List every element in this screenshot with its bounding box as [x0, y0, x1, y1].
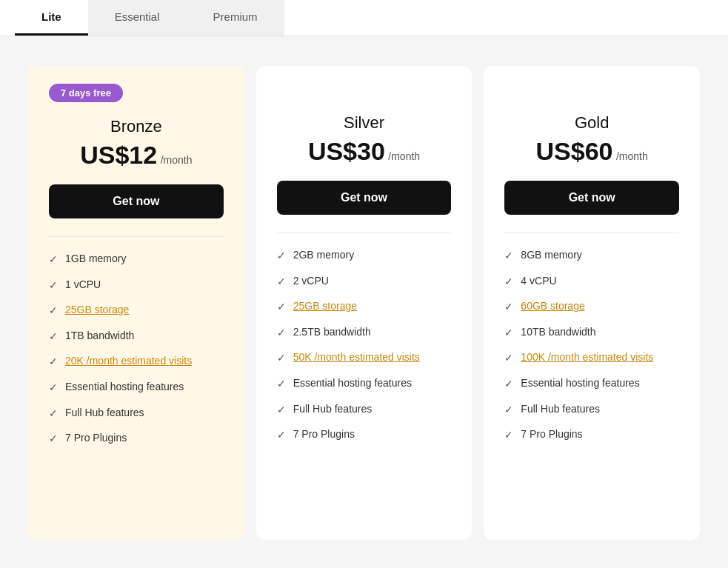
feature-item: ✓ 2.5TB bandwidth [277, 325, 452, 341]
feature-text-bronze-1: 1 vCPU [65, 278, 101, 293]
divider-gold [504, 233, 679, 233]
check-icon: ✓ [504, 275, 513, 290]
feature-text-silver-7: 7 Pro Plugins [293, 427, 355, 442]
check-icon: ✓ [49, 432, 58, 447]
feature-text-silver-6: Full Hub features [293, 402, 373, 417]
check-icon: ✓ [277, 300, 286, 315]
plan-amount-silver: US$30 [308, 137, 385, 165]
check-icon: ✓ [504, 377, 513, 392]
feature-item: ✓ Full Hub features [49, 406, 224, 421]
get-now-button-bronze[interactable]: Get now [49, 184, 224, 218]
check-icon: ✓ [277, 403, 286, 418]
feature-text-gold-3: 10TB bandwidth [521, 325, 595, 340]
check-icon: ✓ [504, 403, 513, 418]
feature-item: ✓ 8GB memory [504, 248, 679, 264]
feature-text-bronze-0: 1GB memory [65, 252, 126, 267]
plan-name-gold: Gold [504, 113, 679, 133]
check-icon: ✓ [504, 326, 513, 341]
tabs-bar: LiteEssentialPremium [0, 0, 728, 36]
get-now-button-silver[interactable]: Get now [277, 181, 452, 215]
feature-text-silver-1: 2 vCPU [293, 274, 329, 289]
feature-text-gold-6: Full Hub features [521, 402, 600, 417]
plan-period-gold: /month [616, 150, 648, 162]
check-icon: ✓ [49, 407, 58, 421]
tab-essential[interactable]: Essential [88, 0, 187, 36]
feature-item: ✓ 2 vCPU [277, 274, 452, 290]
feature-text-bronze-7: 7 Pro Plugins [65, 431, 127, 446]
free-badge-bronze: 7 days free [49, 84, 123, 102]
check-icon: ✓ [49, 381, 58, 395]
plan-name-silver: Silver [277, 113, 452, 133]
feature-link-silver-2[interactable]: 25GB storage [293, 299, 357, 314]
plans-container: 7 days free Bronze US$12 /month Get now … [0, 36, 728, 555]
feature-item: ✓ 25GB storage [49, 303, 224, 318]
feature-item: ✓ Full Hub features [277, 402, 452, 418]
check-icon: ✓ [277, 275, 286, 290]
feature-link-bronze-2[interactable]: 25GB storage [65, 303, 129, 318]
feature-text-bronze-6: Full Hub features [65, 406, 144, 421]
features-list-gold: ✓ 8GB memory ✓ 4 vCPU ✓ 60GB storage ✓ 1… [504, 248, 679, 443]
divider-bronze [49, 236, 224, 237]
check-icon: ✓ [504, 249, 513, 264]
check-icon: ✓ [49, 278, 58, 293]
feature-link-silver-4[interactable]: 50K /month estimated visits [293, 350, 420, 365]
feature-text-bronze-5: Essential hosting features [65, 380, 184, 395]
feature-item: ✓ Essential hosting features [49, 380, 224, 395]
feature-text-gold-0: 8GB memory [521, 248, 581, 263]
feature-text-gold-5: Essential hosting features [521, 376, 639, 391]
check-icon: ✓ [49, 330, 58, 344]
check-icon: ✓ [504, 428, 513, 443]
feature-item: ✓ 7 Pro Plugins [504, 427, 679, 443]
get-now-button-gold[interactable]: Get now [504, 181, 679, 215]
feature-text-silver-3: 2.5TB bandwidth [293, 325, 371, 340]
feature-item: ✓ 25GB storage [277, 299, 452, 315]
feature-item: ✓ 1TB bandwidth [49, 329, 224, 344]
plan-name-bronze: Bronze [49, 117, 224, 136]
feature-text-gold-7: 7 Pro Plugins [521, 427, 582, 442]
feature-link-gold-4[interactable]: 100K /month estimated visits [521, 350, 653, 365]
feature-link-bronze-4[interactable]: 20K /month estimated visits [65, 354, 192, 369]
check-icon: ✓ [504, 300, 513, 315]
feature-item: ✓ 1GB memory [49, 252, 224, 267]
check-icon: ✓ [49, 253, 58, 267]
feature-text-bronze-3: 1TB bandwidth [65, 329, 134, 344]
check-icon: ✓ [504, 351, 513, 366]
plan-amount-gold: US$60 [536, 137, 613, 165]
feature-item: ✓ 20K /month estimated visits [49, 354, 224, 370]
tab-lite[interactable]: Lite [15, 0, 88, 36]
plan-period-silver: /month [388, 150, 420, 162]
features-list-silver: ✓ 2GB memory ✓ 2 vCPU ✓ 25GB storage ✓ 2… [277, 248, 452, 443]
feature-item: ✓ 4 vCPU [504, 274, 679, 290]
features-list-bronze: ✓ 1GB memory ✓ 1 vCPU ✓ 25GB storage ✓ 1… [49, 252, 224, 447]
feature-link-gold-2[interactable]: 60GB storage [521, 299, 584, 314]
feature-item: ✓ 10TB bandwidth [504, 325, 679, 341]
plan-price-gold: US$60 /month [504, 137, 679, 166]
check-icon: ✓ [277, 326, 286, 341]
tab-premium[interactable]: Premium [187, 0, 284, 36]
check-icon: ✓ [277, 249, 286, 264]
check-icon: ✓ [277, 351, 286, 366]
check-icon: ✓ [277, 377, 286, 392]
feature-text-silver-5: Essential hosting features [293, 376, 412, 391]
plan-card-gold: Gold US$60 /month Get now ✓ 8GB memory ✓… [484, 66, 700, 540]
plan-price-silver: US$30 /month [277, 137, 452, 166]
feature-item: ✓ 100K /month estimated visits [504, 350, 679, 366]
feature-text-gold-1: 4 vCPU [521, 274, 556, 289]
check-icon: ✓ [49, 304, 58, 318]
check-icon: ✓ [277, 428, 286, 443]
plan-price-bronze: US$12 /month [49, 141, 224, 170]
plan-card-bronze: 7 days free Bronze US$12 /month Get now … [28, 66, 244, 540]
feature-item: ✓ Essential hosting features [277, 376, 452, 392]
feature-item: ✓ Full Hub features [504, 402, 679, 418]
plan-amount-bronze: US$12 [80, 141, 157, 169]
divider-silver [277, 233, 452, 233]
feature-item: ✓ 60GB storage [504, 299, 679, 315]
feature-text-silver-0: 2GB memory [293, 248, 354, 263]
feature-item: ✓ 7 Pro Plugins [277, 427, 452, 443]
feature-item: ✓ 1 vCPU [49, 278, 224, 293]
feature-item: ✓ 50K /month estimated visits [277, 350, 452, 366]
feature-item: ✓ Essential hosting features [504, 376, 679, 392]
feature-item: ✓ 2GB memory [277, 248, 452, 264]
plan-period-bronze: /month [161, 154, 193, 166]
feature-item: ✓ 7 Pro Plugins [49, 431, 224, 447]
